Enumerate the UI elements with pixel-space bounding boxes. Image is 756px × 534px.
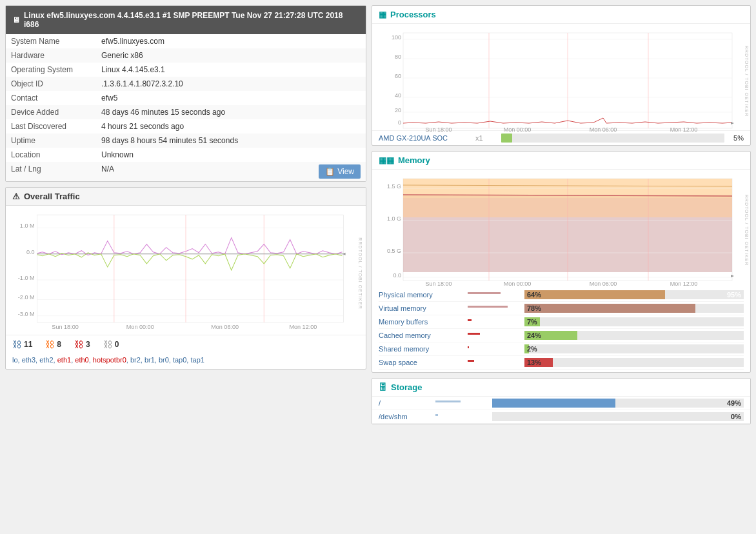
memory-label: Cached memory <box>379 331 463 339</box>
processor-chart: 100 80 60 40 20 0 <box>372 24 750 130</box>
processors-title: Processors <box>390 10 436 19</box>
storage-bar-fill <box>492 399 615 408</box>
svg-marker-64 <box>731 275 734 277</box>
memory-bar-fill <box>524 304 695 313</box>
memory-pct2: 95% <box>727 290 741 299</box>
storage-label: / <box>379 399 430 407</box>
storage-card: 🗄 Storage / 49% /dev/shm 0% <box>372 378 751 424</box>
svg-text:Sun 18:00: Sun 18:00 <box>425 281 452 287</box>
traffic-icon: ⚠ <box>12 192 20 201</box>
svg-text:0.5 G: 0.5 G <box>387 248 401 254</box>
processors-header: ▦ Processors <box>372 6 750 24</box>
svg-text:Mon 12:00: Mon 12:00 <box>289 324 317 330</box>
field-value: Unknown <box>96 148 366 162</box>
interface-list: lo, eth3, eth2, eth1, eth0, hotspotbr0, … <box>6 353 366 369</box>
storage-icon: 🗄 <box>379 382 387 392</box>
storage-ind-bar <box>435 400 461 402</box>
memory-row: Physical memory 64% 95% <box>379 288 744 302</box>
field-label: Device Added <box>6 105 96 119</box>
storage-rows: / 49% /dev/shm 0% <box>372 397 750 424</box>
svg-text:Mon 00:00: Mon 00:00 <box>504 126 532 133</box>
memory-header: ▦▦ Memory <box>372 152 750 170</box>
info-row: Lat / LngN/A 📋 View <box>6 162 366 181</box>
proc-bar-fill <box>501 134 512 143</box>
info-row: System Nameefw5.linuxyes.com <box>6 34 366 48</box>
svg-text:60: 60 <box>395 73 401 79</box>
storage-bar-container: 0% <box>492 412 744 421</box>
info-row: Operating SystemLinux 4.4.145.e3.1 <box>6 63 366 77</box>
svg-text:40: 40 <box>395 92 401 99</box>
info-row: Uptime98 days 8 hours 54 minutes 51 seco… <box>6 134 366 148</box>
field-value: 48 days 46 minutes 15 seconds ago <box>96 105 366 119</box>
field-value: 4 hours 21 seconds ago <box>96 119 366 134</box>
monitor-icon: 🖥 <box>12 15 20 25</box>
field-label: Hardware <box>6 48 96 63</box>
memory-bar-container: 2% <box>524 344 744 353</box>
field-label: Location <box>6 148 96 162</box>
traffic-section-header: ⚠ Overall Traffic <box>6 188 366 206</box>
info-row: LocationUnknown <box>6 148 366 162</box>
svg-text:Sun 18:00: Sun 18:00 <box>52 324 78 330</box>
memory-ind-bar <box>468 360 474 362</box>
svg-text:0: 0 <box>398 119 401 126</box>
memory-indicator <box>468 319 519 324</box>
svg-text:-1.0 M: -1.0 M <box>18 275 35 281</box>
info-row: Last Discovered4 hours 21 seconds ago <box>6 119 366 134</box>
proc-count: x1 <box>475 134 495 142</box>
memory-pct-label: 7% <box>527 317 537 326</box>
storage-ind-bar <box>435 414 438 416</box>
memory-ind-bar <box>468 292 501 294</box>
field-label: Contact <box>6 91 96 105</box>
stat-3: ⛓ 3 <box>74 339 90 350</box>
field-value: Generic x86 <box>96 48 366 63</box>
memory-bar-container: 7% <box>524 317 744 326</box>
svg-text:-3.0 M: -3.0 M <box>18 311 35 317</box>
memory-indicator <box>468 346 519 351</box>
storage-pct: 49% <box>727 399 741 408</box>
link-icon-2: ⛓ <box>45 339 54 350</box>
storage-label: /dev/shm <box>379 413 430 420</box>
view-button[interactable]: 📋 View <box>319 164 361 179</box>
memory-indicator <box>468 306 519 311</box>
stat-0: ⛓ 0 <box>103 339 119 350</box>
memory-stats: Physical memory 64% 95% Virtual memory 7… <box>372 286 750 372</box>
field-value: efw5 <box>96 91 366 105</box>
memory-label: Shared memory <box>379 345 463 353</box>
svg-text:-2.0 M: -2.0 M <box>18 294 35 301</box>
memory-ind-bar <box>468 319 472 321</box>
proc-bar-container <box>501 134 724 143</box>
memory-label: Virtual memory <box>379 304 463 312</box>
field-label: Operating System <box>6 63 96 77</box>
storage-header: 🗄 Storage <box>372 379 750 397</box>
memory-indicator <box>468 333 519 338</box>
memory-bar-fill <box>524 290 665 299</box>
svg-text:100: 100 <box>392 34 401 41</box>
memory-pct-label: 13% <box>527 358 541 367</box>
hotspotbr0-highlight: hotspotbr0 <box>93 356 126 364</box>
svg-text:1.0 G: 1.0 G <box>387 215 401 222</box>
stat-0-value: 0 <box>115 340 119 349</box>
memory-pct-label: 78% <box>527 304 541 313</box>
storage-pct: 0% <box>731 412 741 421</box>
field-label: Lat / Lng <box>6 162 96 181</box>
svg-text:Mon 00:00: Mon 00:00 <box>126 324 154 330</box>
storage-indicator <box>435 414 487 419</box>
memory-row: Virtual memory 78% <box>379 302 744 315</box>
proc-pct: 5% <box>733 134 744 142</box>
processors-card: ▦ Processors 100 80 60 40 20 0 <box>372 5 751 146</box>
memory-label: Swap space <box>379 359 463 366</box>
link-icon-1: ⛓ <box>12 339 21 350</box>
svg-text:1.0 M: 1.0 M <box>20 222 35 229</box>
field-value: 98 days 8 hours 54 minutes 51 seconds <box>96 134 366 148</box>
svg-text:Mon 06:00: Mon 06:00 <box>590 126 617 133</box>
cpu-icon: ▦ <box>379 10 386 19</box>
link-icon-4: ⛓ <box>103 339 112 350</box>
memory-ind-bar <box>468 306 508 308</box>
memory-card: ▦▦ Memory 1.5 G 1.0 G 0.5 G 0.0 <box>372 151 751 373</box>
memory-pct-label: 64% <box>527 290 541 299</box>
info-row: HardwareGeneric x86 <box>6 48 366 63</box>
storage-bar-container: 49% <box>492 399 744 408</box>
memory-bar-container: 78% <box>524 304 744 313</box>
memory-row: Shared memory 2% <box>379 342 744 356</box>
svg-text:80: 80 <box>395 54 401 60</box>
